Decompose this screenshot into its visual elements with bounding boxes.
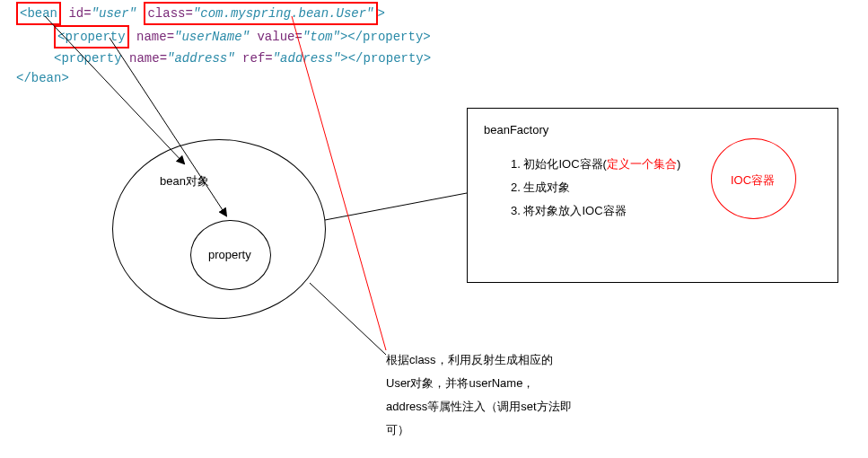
bean-close-tag: </bean> <box>16 71 69 85</box>
property-open-tag: <property <box>57 30 126 44</box>
svg-line-4 <box>310 283 386 355</box>
property-open-tag: <property <box>54 51 122 66</box>
close: > <box>378 6 385 21</box>
factory-item-1-pre: 1. 初始化IOC容器( <box>511 157 607 171</box>
end-tag: </property> <box>348 51 431 66</box>
factory-item-1-post: ) <box>677 157 680 171</box>
val: "address" <box>273 51 341 66</box>
ioc-circle-label: IOC容器 <box>731 172 775 189</box>
attr: id= <box>61 6 92 21</box>
factory-title: beanFactory <box>484 123 821 137</box>
code-line-3: <property name="address" ref="address"><… <box>16 48 431 68</box>
val: "user" <box>92 6 136 21</box>
description-text: 根据class，利用反射生成相应的User对象，并将userName，addre… <box>386 348 574 442</box>
attr: value= <box>250 30 302 44</box>
attr: name= <box>129 30 174 44</box>
attr: class= <box>147 6 192 21</box>
val: "userName" <box>174 30 250 44</box>
code-line-1: <bean id="user" class="com.myspring.bean… <box>16 2 431 25</box>
attr: name= <box>122 51 167 66</box>
close: > <box>340 51 347 66</box>
class-attr-highlight: class="com.myspring.bean.User" <box>144 2 377 25</box>
end-tag: </property> <box>347 30 430 44</box>
bean-open-tag: <bean <box>20 6 57 21</box>
val: "tom" <box>302 30 340 44</box>
property-circle-label: property <box>208 248 251 261</box>
svg-line-2 <box>325 193 467 220</box>
attr: ref= <box>235 51 273 66</box>
code-line-4: </bean> <box>16 68 431 88</box>
property-tag-highlight: <property <box>54 25 129 48</box>
xml-code-block: <bean id="user" class="com.myspring.bean… <box>16 2 431 88</box>
bean-circle-label: bean对象 <box>160 173 209 189</box>
bean-tag-highlight: <bean <box>16 2 61 25</box>
val: "address" <box>167 51 235 66</box>
factory-item-1-highlight: 定义一个集合 <box>607 157 677 171</box>
code-line-2: <property name="userName" value="tom"></… <box>16 25 431 48</box>
val: "com.myspring.bean.User" <box>193 6 374 21</box>
